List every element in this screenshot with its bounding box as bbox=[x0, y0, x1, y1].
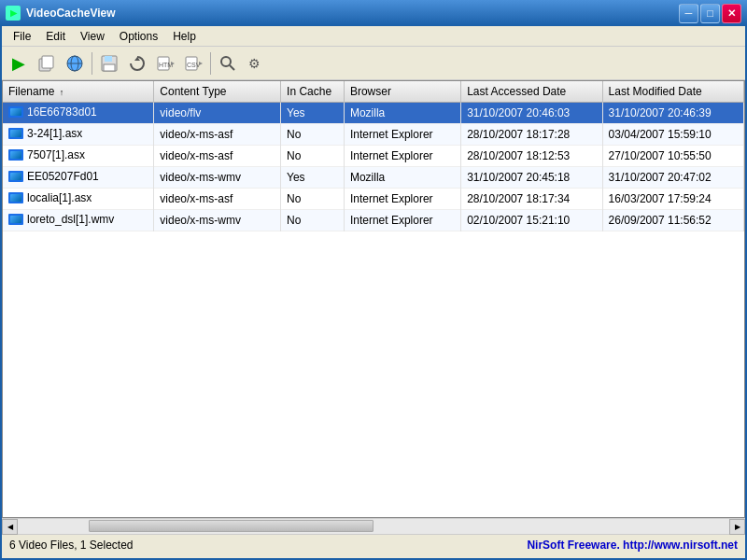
scroll-right-button[interactable]: ▶ bbox=[729, 519, 745, 535]
cell-last-accessed: 31/10/2007 20:46:03 bbox=[461, 103, 602, 124]
svg-line-16 bbox=[230, 65, 234, 70]
table-row[interactable]: 7507[1].asxvideo/x-ms-asfNoInternet Expl… bbox=[3, 146, 744, 167]
cell-content-type: video/flv bbox=[154, 103, 281, 124]
export-html-button[interactable]: HTM bbox=[152, 50, 178, 77]
minimize-button[interactable]: ─ bbox=[679, 4, 698, 23]
cell-content-type: video/x-ms-wmv bbox=[154, 167, 281, 189]
cell-browser: Internet Explorer bbox=[344, 146, 460, 167]
col-header-in-cache[interactable]: In Cache bbox=[281, 81, 345, 103]
table-row[interactable]: loreto_dsl[1].wmvvideo/x-ms-wmvNoInterne… bbox=[3, 210, 744, 231]
cell-last-accessed: 31/10/2007 20:45:18 bbox=[461, 167, 602, 189]
close-button[interactable]: ✕ bbox=[722, 4, 741, 23]
cell-browser: Internet Explorer bbox=[344, 210, 460, 231]
cell-last-accessed: 28/10/2007 18:17:34 bbox=[461, 189, 602, 210]
cell-last-accessed: 28/10/2007 18:12:53 bbox=[461, 146, 602, 167]
col-header-last-accessed[interactable]: Last Accessed Date bbox=[461, 81, 602, 103]
svg-rect-7 bbox=[104, 64, 115, 71]
table-row[interactable]: 16E66783d01video/flvYesMozilla31/10/2007… bbox=[3, 103, 744, 124]
cell-in-cache: Yes bbox=[281, 167, 345, 189]
search-button[interactable] bbox=[215, 50, 241, 77]
table-header-row: Filename ↑ Content Type In Cache Browser… bbox=[3, 81, 744, 103]
cell-filename: loreto_dsl[1].wmv bbox=[3, 210, 154, 231]
toolbar-separator-2 bbox=[210, 52, 211, 75]
menu-edit[interactable]: Edit bbox=[38, 28, 73, 45]
export-csv-button[interactable]: CSV bbox=[180, 50, 206, 77]
globe-button[interactable] bbox=[62, 50, 88, 77]
cell-browser: Internet Explorer bbox=[344, 189, 460, 210]
cell-last-modified: 31/10/2007 20:47:02 bbox=[602, 167, 743, 189]
menu-file[interactable]: File bbox=[6, 28, 38, 45]
titlebar: ▶ VideoCacheView ─ □ ✕ bbox=[0, 0, 747, 26]
scroll-left-button[interactable]: ◀ bbox=[2, 519, 18, 535]
cell-filename: EE05207Fd01 bbox=[3, 167, 154, 189]
play-button[interactable]: ▶ bbox=[6, 50, 32, 77]
cell-content-type: video/x-ms-asf bbox=[154, 124, 281, 146]
cell-last-accessed: 28/10/2007 18:17:28 bbox=[461, 124, 602, 146]
cell-filename: 16E66783d01 bbox=[3, 103, 154, 124]
window-controls: ─ □ ✕ bbox=[679, 4, 741, 23]
svg-text:⚙: ⚙ bbox=[248, 56, 261, 71]
cell-last-modified: 03/04/2007 15:59:10 bbox=[602, 124, 743, 146]
cell-browser: Internet Explorer bbox=[344, 124, 460, 146]
menu-help[interactable]: Help bbox=[165, 28, 204, 45]
table-row[interactable]: 3-24[1].asxvideo/x-ms-asfNoInternet Expl… bbox=[3, 124, 744, 146]
menubar: File Edit View Options Help bbox=[2, 26, 745, 47]
cell-content-type: video/x-ms-asf bbox=[154, 146, 281, 167]
menu-view[interactable]: View bbox=[73, 28, 112, 45]
video-file-icon bbox=[8, 171, 23, 182]
svg-rect-6 bbox=[105, 56, 112, 62]
col-header-filename[interactable]: Filename ↑ bbox=[3, 81, 154, 103]
cell-last-modified: 26/09/2007 11:56:52 bbox=[602, 210, 743, 231]
svg-text:CSV: CSV bbox=[187, 62, 201, 68]
app-icon: ▶ bbox=[6, 6, 21, 21]
video-file-icon bbox=[8, 149, 23, 161]
cell-last-modified: 31/10/2007 20:46:39 bbox=[602, 103, 743, 124]
scrollbar-thumb[interactable] bbox=[89, 520, 374, 532]
table-row[interactable]: EE05207Fd01video/x-ms-wmvYesMozilla31/10… bbox=[3, 167, 744, 189]
scrollbar-track[interactable] bbox=[18, 519, 729, 534]
statusbar: 6 Video Files, 1 Selected NirSoft Freewa… bbox=[2, 534, 745, 554]
svg-rect-1 bbox=[42, 56, 53, 68]
window-title: VideoCacheView bbox=[26, 7, 679, 20]
col-header-browser[interactable]: Browser bbox=[344, 81, 460, 103]
cell-filename: localia[1].asx bbox=[3, 189, 154, 210]
cell-in-cache: No bbox=[281, 124, 345, 146]
col-header-content-type[interactable]: Content Type bbox=[154, 81, 281, 103]
status-left: 6 Video Files, 1 Selected bbox=[9, 539, 527, 552]
sort-arrow-filename: ↑ bbox=[60, 88, 64, 97]
cell-filename: 7507[1].asx bbox=[3, 146, 154, 167]
copy-files-button[interactable] bbox=[34, 50, 60, 77]
horizontal-scrollbar[interactable]: ◀ ▶ bbox=[2, 518, 745, 534]
cell-browser: Mozilla bbox=[344, 103, 460, 124]
cell-last-modified: 27/10/2007 10:55:50 bbox=[602, 146, 743, 167]
video-file-icon bbox=[8, 214, 23, 225]
cell-content-type: video/x-ms-asf bbox=[154, 189, 281, 210]
maximize-button[interactable]: □ bbox=[700, 4, 720, 23]
svg-marker-14 bbox=[199, 62, 203, 65]
toolbar-separator-1 bbox=[92, 52, 92, 75]
table-row[interactable]: localia[1].asxvideo/x-ms-asfNoInternet E… bbox=[3, 189, 744, 210]
save-button[interactable] bbox=[96, 50, 122, 77]
svg-point-15 bbox=[221, 57, 231, 66]
col-header-last-modified[interactable]: Last Modified Date bbox=[602, 81, 743, 103]
cell-content-type: video/x-ms-wmv bbox=[154, 210, 281, 231]
cell-in-cache: No bbox=[281, 189, 345, 210]
properties-button[interactable]: ⚙ bbox=[243, 50, 269, 77]
cell-in-cache: Yes bbox=[281, 103, 345, 124]
cell-last-accessed: 02/10/2007 15:21:10 bbox=[461, 210, 602, 231]
cell-in-cache: No bbox=[281, 146, 345, 167]
file-list-container: Filename ↑ Content Type In Cache Browser… bbox=[2, 80, 745, 518]
menu-options[interactable]: Options bbox=[112, 28, 165, 45]
file-list-table: Filename ↑ Content Type In Cache Browser… bbox=[3, 81, 744, 231]
refresh-button[interactable] bbox=[124, 50, 150, 77]
cell-browser: Mozilla bbox=[344, 167, 460, 189]
status-right: NirSoft Freeware. http://www.nirsoft.net bbox=[527, 539, 738, 552]
video-file-icon bbox=[8, 192, 23, 203]
toolbar: ▶ HTM CSV ⚙ bbox=[2, 47, 745, 80]
video-file-icon bbox=[8, 128, 23, 139]
cell-filename: 3-24[1].asx bbox=[3, 124, 154, 146]
cell-in-cache: No bbox=[281, 210, 345, 231]
cell-last-modified: 16/03/2007 17:59:24 bbox=[602, 189, 743, 210]
video-file-icon bbox=[8, 106, 23, 118]
